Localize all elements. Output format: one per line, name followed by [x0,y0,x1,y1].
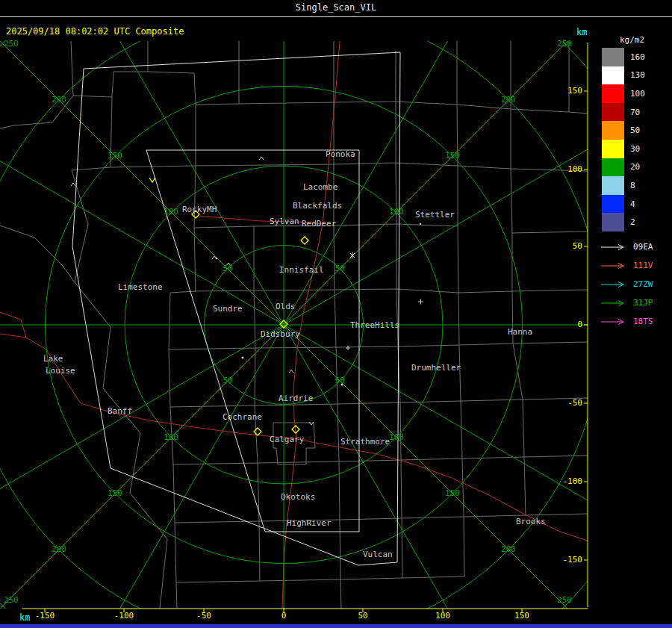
legend-row: 50 [602,121,645,140]
legend-row: 30 [602,140,645,158]
legend-value: 100 [630,89,645,99]
city-label: Innisfail [279,266,324,275]
ring-label: 150 [104,152,126,161]
city-label: Sundre [213,305,243,314]
city-label: Calgary [270,435,304,444]
ring-label: 250 [553,40,576,49]
city-label: Olds [276,302,296,311]
ring-label: 250 [0,596,22,605]
color-scale-legend: 160 130 100 70 50 30 20 8 4 2 [602,48,645,231]
site-arrow-icon [600,318,629,326]
legend-value: 30 [630,144,640,154]
city-label: Vulcan [363,550,393,559]
ring-label: 200 [497,545,520,554]
legend-row: 100 [602,84,645,103]
legend-row: 70 [602,103,645,122]
city-label: Sylvan [270,217,299,226]
bottom-status-bar [0,624,672,628]
ring-label: 250 [0,40,22,49]
tick-label: 100 [425,612,461,621]
tick-label: -150 [550,556,582,565]
site-arrow-icon [600,262,629,270]
tick-label: 150 [550,87,582,96]
city-label: Okotoks [281,493,315,502]
ring-label: 50 [329,376,351,385]
site-arrow-icon [600,281,629,288]
legend-row: 160 [602,48,645,66]
site-arrow-icon [600,243,629,251]
city-label: Limestone [118,283,163,292]
city-label: HighRiver [287,519,332,528]
legend-swatch [602,66,624,85]
ring-label: 100 [160,208,182,217]
legend-swatch [602,121,624,140]
site-legend: 09EA 111V 27ZW 31JP 18TS [600,237,653,331]
city-label: ThreeHills [350,321,399,330]
site-id: 18TS [633,317,653,326]
city-label: Drumheller [411,364,461,373]
legend-swatch [602,158,624,177]
ring-label: 200 [48,545,70,554]
city-label: Louise [46,367,75,376]
legend-row: 20 [602,158,645,177]
city-label: RockyMH [182,205,217,214]
bottom-axis-unit: km [19,612,30,623]
site-row: 09EA [600,237,653,256]
site-id: 09EA [633,242,653,252]
town-dot [216,258,218,260]
legend-row: 8 [602,176,645,195]
site-arrow-icon [600,299,629,307]
city-label: Stettler [415,211,455,220]
tick-label: 0 [550,320,582,329]
ring-label: 200 [497,96,520,105]
ring-label: 50 [217,264,239,273]
ring-label: 250 [553,596,576,605]
legend-swatch [602,103,624,122]
ring-label: 200 [48,96,70,105]
city-label: Airdrie [279,394,313,403]
legend-swatch [602,176,624,195]
legend-value: 160 [630,52,645,62]
legend-value: 130 [630,70,645,80]
ring-label: 150 [441,152,464,161]
town-dot [242,357,244,359]
legend-row: 130 [602,66,645,85]
legend-swatch [602,48,624,66]
tick-label: 50 [550,242,582,251]
legend-value: 20 [630,162,640,172]
city-label: Didsbury [261,330,300,339]
tick-label: -150 [27,612,63,621]
site-id: 111V [633,261,653,270]
town-dot [420,223,422,226]
ring-label: 100 [385,208,408,217]
legend-value: 50 [630,125,640,135]
legend-swatch [602,213,624,231]
legend-row: 4 [602,195,645,214]
tick-label: -100 [550,477,582,486]
ring-label: 50 [217,376,239,385]
site-id: 31JP [633,298,653,308]
ring-label: 150 [104,489,126,498]
legend-value: 8 [630,181,635,190]
tick-label: -50 [186,612,222,621]
site-id: 27ZW [633,279,653,289]
city-label: Cochrane [223,413,262,422]
ring-label: 100 [160,433,182,442]
city-label: Lacombe [303,183,337,192]
tick-label: -50 [550,399,582,408]
tick-label: 150 [504,612,540,621]
legend-swatch [602,140,624,158]
legend-value: 4 [630,199,635,209]
tick-label: 0 [266,612,302,621]
tick-label: -100 [106,612,142,621]
legend-swatch [602,84,624,103]
right-axis [584,43,588,607]
tick-label: 100 [550,165,582,174]
city-label: Strathmore [340,438,390,447]
city-label: Ponoka [326,150,355,159]
legend-row: 2 [602,213,645,231]
ring-label: 150 [441,489,464,498]
city-label: Lake [43,355,63,364]
legend-value: 70 [630,108,640,117]
city-label: Blackfalds [293,202,342,211]
